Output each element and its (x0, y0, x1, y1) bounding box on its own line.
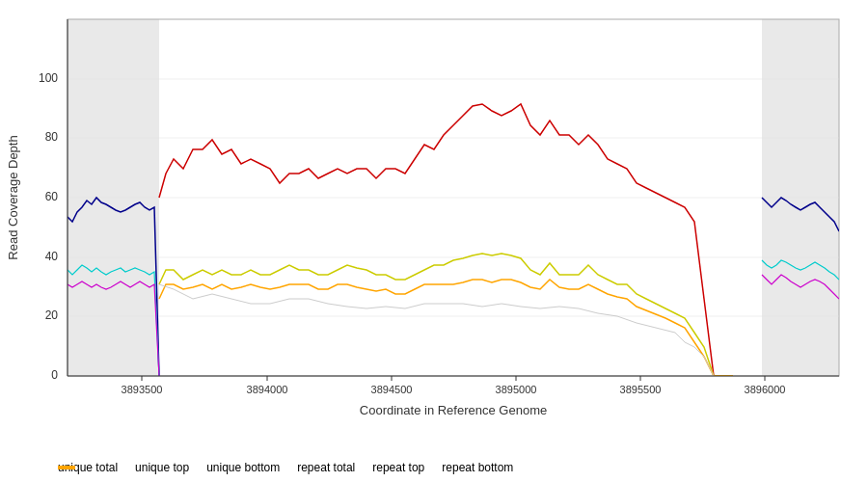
legend-swatch-repeat-bottom (58, 461, 75, 474)
x-tick-3894000: 3894000 (247, 384, 288, 395)
y-tick-40: 40 (45, 250, 59, 263)
x-tick-3893500: 3893500 (122, 384, 163, 395)
x-tick-3895000: 3895000 (496, 384, 537, 395)
y-tick-100: 100 (39, 71, 58, 85)
line-repeat-top (159, 254, 733, 376)
x-tick-3896000: 3896000 (745, 384, 786, 395)
legend-label-repeat-bottom: repeat bottom (442, 461, 513, 474)
y-tick-0: 0 (51, 368, 58, 382)
chart-svg: 0 20 40 60 80 100 Read Coverage Depth 38… (0, 0, 868, 482)
legend-label-repeat-total: repeat total (297, 461, 355, 474)
chart-container: 0 20 40 60 80 100 Read Coverage Depth 38… (0, 0, 868, 482)
x-tick-3895500: 3895500 (620, 384, 662, 395)
legend-item-unique-bottom: unique bottom (206, 461, 280, 474)
legend-label-unique-bottom: unique bottom (206, 461, 280, 474)
legend-label-repeat-top: repeat top (372, 461, 424, 474)
legend-item-repeat-bottom: repeat bottom (442, 461, 513, 474)
legend-item-repeat-top: repeat top (372, 461, 424, 474)
y-axis-label: Read Coverage Depth (6, 135, 20, 259)
svg-rect-20 (58, 466, 75, 469)
legend-label-unique-top: unique top (135, 461, 189, 474)
line-unique-light (159, 284, 714, 376)
line-repeat-bottom (159, 280, 733, 376)
x-axis-label: Coordinate in Reference Genome (360, 403, 547, 417)
y-tick-80: 80 (45, 130, 59, 144)
legend: unique total unique top unique bottom re… (58, 461, 513, 474)
legend-item-unique-top: unique top (135, 461, 189, 474)
x-tick-3894500: 3894500 (371, 384, 413, 395)
legend-item-repeat-total: repeat total (297, 461, 355, 474)
y-tick-20: 20 (45, 308, 59, 322)
line-repeat-total (159, 104, 733, 376)
y-tick-60: 60 (45, 190, 59, 203)
